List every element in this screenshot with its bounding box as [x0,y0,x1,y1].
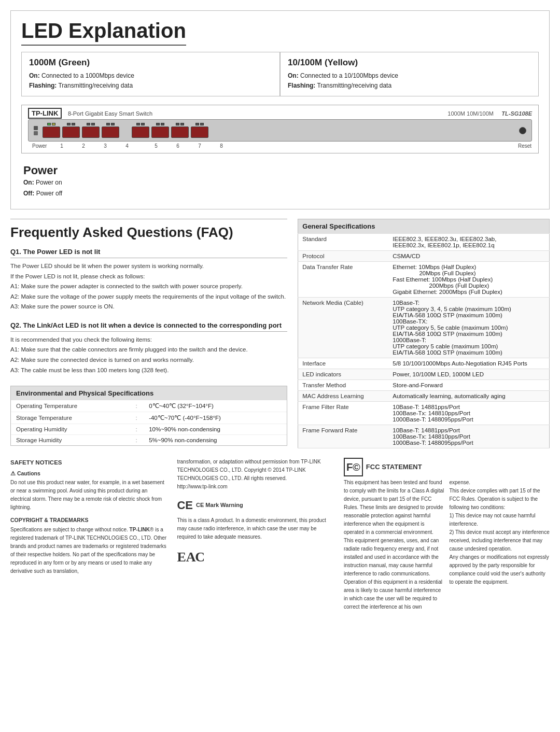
label-power: Power [32,143,47,149]
copyright-text: Specifications are subject to change wit… [10,526,169,575]
port-5-rect [132,126,149,138]
gen-specs-header: General Specifications [298,219,550,234]
switch-model: 8-Port Gigabit Easy Smart Switch [68,110,152,117]
ce-desc: This is a class A product. In a domestic… [177,516,335,541]
power-led [34,126,38,130]
spec-row-frame-filter: Frame Filter Rate 10Base-T: 14881pps/Por… [298,402,550,425]
p7-led1 [176,123,179,125]
spec-label-frame-forward: Frame Forward Rate [298,425,388,448]
copyright-title: COPYRIGHT & TRADEMARKS [10,516,169,525]
port-6 [151,123,169,138]
spec-label-standard: Standard [298,234,388,251]
switch-sku: TL-SG108E [501,110,532,117]
p4-led1 [106,123,110,125]
port-2-leds [67,123,75,125]
env-value-2: 10%~90% non-condensing [149,426,282,432]
power-led-area [34,126,38,135]
switch-led-labels: 1000M 10M/100M TL-SG108E [447,110,532,117]
spec-label-transfer-method: Transfer Method [298,380,388,391]
port-8-rect [191,126,208,138]
port-7-leds [176,123,184,125]
fcc-title: FCC STATEMENT [366,462,422,473]
port-3 [82,123,100,138]
power-off-desc: Power off [36,190,62,197]
label-6: 6 [167,143,189,149]
fcc-col: F© FCC STATEMENT This equipment has been… [344,458,550,611]
ce-header: CE CE Mark Warning [177,496,335,514]
led-10100m-name: 10/100M (Yellow) [288,58,531,68]
fcc-content: This equipment has been tested and found… [344,478,550,611]
spec-value-protocol: CSMA/CD [388,251,549,262]
spec-value-led: Power, 10/100M LED, 1000M LED [388,369,549,380]
env-label-3: Storage Humidity [16,437,136,443]
tp-link-logo: TP-LINK [28,108,62,119]
spec-value-transfer-method: Store-and-Forward [388,380,549,391]
led-1000m-block: 1000M (Green) On: Connected to a 1000Mbp… [21,52,280,96]
p6-led2 [161,123,164,125]
port-1-leds [47,123,55,125]
spec-row-standard: Standard IEEE802.3, IEEE802.3u, IEEE802.… [298,234,550,251]
p6-led1 [156,123,160,125]
faq-q2: Q2. The Link/Act LED is not lit when a d… [10,321,287,332]
env-label-0: Operating Temperature [16,403,136,409]
spec-row-transfer-rate: Data Transfer Rate Ethernet: 10Mbps (Hal… [298,262,550,298]
p3-led1 [87,123,90,125]
port-2-rect [62,126,80,138]
cautions-text: Do not use this product near water, for … [10,478,169,512]
faq-title: Frequently Asked Questions (FAQ) [10,224,287,241]
spec-label-mac: MAC Address Learning [298,391,388,402]
gen-specs-table: General Specifications Standard IEEE802.… [298,219,550,448]
main-content: Frequently Asked Questions (FAQ) Q1. The… [10,219,550,448]
env-specs-header: Environmental and Physical Specification… [11,386,287,400]
left-col: Frequently Asked Questions (FAQ) Q1. The… [10,219,287,446]
label-2: 2 [73,143,94,149]
spec-value-network-media: 10Base-T:UTP category 3, 4, 5 cable (max… [388,298,549,358]
led-1000m-name: 1000M (Green) [29,58,272,68]
env-value-1: -40℃~70℃ (-40°F~158°F) [149,414,282,421]
power-section: Power On: Power on Off: Power off [21,161,539,199]
port-3-leds [87,123,95,125]
fcc-header: F© FCC STATEMENT [344,458,550,476]
led-1000m-desc: On: Connected to a 1000Mbps device Flash… [29,71,272,91]
led-on-desc: Connected to a 1000Mbps device [41,72,134,79]
env-label-2: Operating Humidity [16,426,136,432]
power-on-desc: Power on [36,179,62,186]
spec-value-frame-forward: 10Base-T: 14881pps/Port100Base-Tx: 14881… [388,425,549,448]
spec-label-transfer-rate: Data Transfer Rate [298,262,388,298]
spec-value-frame-filter: 10Base-T: 14881pps/Port100Base-Tx: 14881… [388,402,549,425]
p7-led2 [180,123,184,125]
led-10100m-desc: On: Connected to a 10/100Mbps device Fla… [288,71,531,91]
led-indicators: 1000M (Green) On: Connected to a 1000Mbp… [21,52,539,96]
env-row-3: Storage Humidity : 5%~90% non-condensing [11,435,287,445]
spec-row-interface: Interface 5/8 10/100/1000Mbps Auto-Negot… [298,358,550,369]
led-title: LED Explanation [21,19,186,46]
p5-led1 [136,123,140,125]
ports-5-8 [132,123,208,138]
label-reset: Reset [517,143,532,149]
env-row-2: Operating Humidity : 10%~90% non-condens… [11,424,287,435]
spec-value-interface: 5/8 10/100/1000Mbps Auto-Negotiation RJ4… [388,358,549,369]
p8-led2 [200,123,204,125]
env-value-0: 0℃~40℃ (32°F~104°F) [149,402,282,410]
led-section: LED Explanation 1000M (Green) On: Connec… [10,10,550,209]
p2-led2 [72,123,75,125]
port-4-rect [102,126,119,138]
spec-row-led: LED indicators Power, 10/100M LED, 1000M… [298,369,550,380]
port-7-rect [171,126,189,138]
copyright-cont: transformation, or adaptation without pe… [177,458,335,491]
spec-label-interface: Interface [298,358,388,369]
ce-logo: CE [177,496,193,514]
fcc-desc-right: expense. This device complies with part … [449,478,550,611]
p8-led1 [195,123,199,125]
port-6-leds [156,123,164,125]
led-10100m-on-desc: Connected to a 10/100Mbps device [300,72,398,79]
port-6-rect [151,126,169,138]
port-3-rect [82,126,100,138]
spec-label-frame-filter: Frame Filter Rate [298,402,388,425]
led-10100m-block: 10/100M (Yellow) On: Connected to a 10/1… [280,52,539,96]
p1-led1 [47,123,51,125]
switch-led-label-text: 1000M 10M/100M [447,110,494,117]
spec-label-protocol: Protocol [298,251,388,262]
led-on-label: On: [29,72,40,79]
ce-title: CE Mark Warning [196,501,243,510]
